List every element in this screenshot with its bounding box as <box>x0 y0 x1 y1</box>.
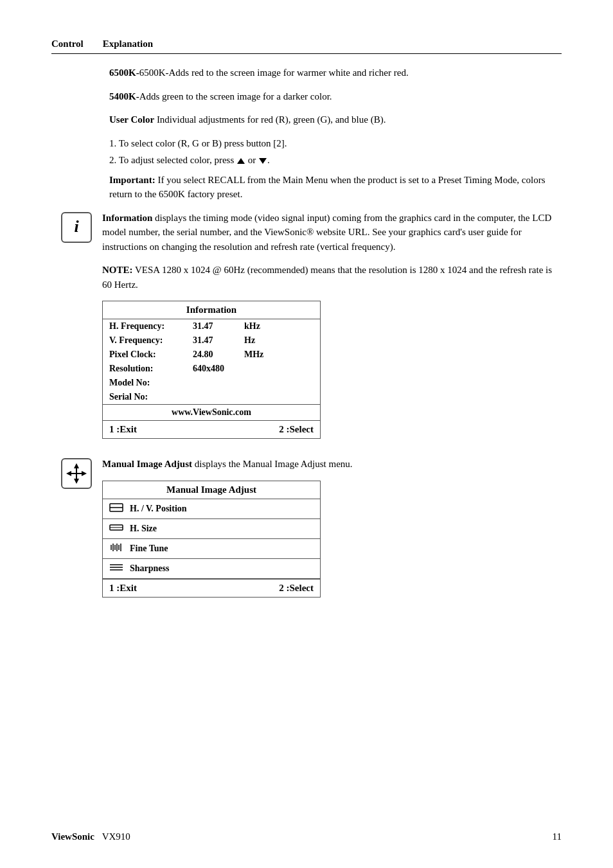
model-no-unit <box>238 376 320 390</box>
manual-image-adjust-section: Manual Image Adjust displays the Manual … <box>61 457 562 607</box>
triangle-up-icon <box>237 158 245 164</box>
step-2-pre: 2. To adjust selected color, press <box>109 155 234 165</box>
v-freq-unit: Hz <box>238 333 320 348</box>
pixel-clock-label: Pixel Clock: <box>103 348 186 362</box>
page-footer: ViewSonic VX910 11 <box>51 831 562 842</box>
explanation-column-header: Explanation <box>103 39 153 49</box>
model-no-value <box>186 376 238 390</box>
manual-select-label: 2 :Select <box>211 580 320 597</box>
table-row: H. Frequency: 31.47 kHz <box>103 319 320 333</box>
term-user-color: User Color <box>109 114 154 125</box>
v-freq-label: V. Frequency: <box>103 333 186 348</box>
fine-tune-icon <box>109 542 123 555</box>
svg-marker-1 <box>74 463 79 468</box>
info-select-label: 2 :Select <box>211 421 320 438</box>
four-arrows-icon <box>65 462 88 485</box>
list-item: H. Size <box>103 519 320 539</box>
text-important: If you select RECALL from the Main Menu … <box>109 175 546 200</box>
resolution-value: 640x480 <box>186 362 238 376</box>
pixel-clock-unit: MHz <box>238 348 320 362</box>
term-5400k: 5400K- <box>109 91 139 102</box>
serial-no-unit <box>238 390 320 405</box>
para-information: Information displays the timing mode (vi… <box>102 211 562 254</box>
svg-marker-4 <box>82 471 87 476</box>
control-column-header: Control <box>51 39 84 49</box>
table-row: Pixel Clock: 24.80 MHz <box>103 348 320 362</box>
info-icon-box: i <box>61 212 92 243</box>
info-data-table: H. Frequency: 31.47 kHz V. Frequency: 31… <box>103 319 320 420</box>
term-6500k: 6500K- <box>109 67 139 78</box>
table-row: V. Frequency: 31.47 Hz <box>103 333 320 348</box>
manual-exit-label: 1 :Exit <box>103 580 211 597</box>
svg-marker-3 <box>66 471 71 476</box>
information-section: i Information displays the timing mode (… <box>61 211 562 448</box>
para-important: Important: If you select RECALL from the… <box>109 173 562 202</box>
step-2: 2. To adjust selected color, press or . <box>109 153 562 168</box>
para-user-color: User Color Individual adjustments for re… <box>109 112 562 127</box>
serial-no-label: Serial No: <box>103 390 186 405</box>
sharpness-icon <box>109 562 123 575</box>
text-information: displays the timing mode (video signal i… <box>102 213 551 252</box>
info-exit-label: 1 :Exit <box>103 421 211 438</box>
svg-text:i: i <box>74 217 79 235</box>
para-manual: Manual Image Adjust displays the Manual … <box>102 457 562 472</box>
serial-no-value <box>186 390 238 405</box>
text-manual: displays the Manual Image Adjust menu. <box>192 459 353 469</box>
sharpness-label: Sharpness <box>130 563 169 574</box>
hv-position-icon <box>109 502 123 515</box>
website-cell: www.ViewSonic.com <box>103 405 320 421</box>
step-2-or: or <box>248 155 256 165</box>
table-header: Control Explanation <box>51 39 562 54</box>
info-table-title: Information <box>103 301 320 319</box>
footer-brand: ViewSonic <box>51 831 94 842</box>
text-6500k: 6500K-Adds red to the screen image for w… <box>139 67 409 78</box>
content-area: 6500K-6500K-Adds red to the screen image… <box>51 66 562 607</box>
info-content: Information displays the timing mode (vi… <box>102 211 562 448</box>
arrows-icon-box <box>61 458 92 489</box>
h-freq-value: 31.47 <box>186 319 238 333</box>
footer-page-number: 11 <box>553 831 562 842</box>
information-table: Information H. Frequency: 31.47 kHz V. F… <box>102 301 321 439</box>
table-row: Model No: <box>103 376 320 390</box>
pixel-clock-value: 24.80 <box>186 348 238 362</box>
v-freq-value: 31.47 <box>186 333 238 348</box>
model-no-label: Model No: <box>103 376 186 390</box>
table-row: Serial No: <box>103 390 320 405</box>
fine-tune-label: Fine Tune <box>130 544 168 554</box>
resolution-unit <box>238 362 320 376</box>
term-manual: Manual Image Adjust <box>102 459 192 469</box>
h-freq-label: H. Frequency: <box>103 319 186 333</box>
manual-exit-row: 1 :Exit 2 :Select <box>103 579 320 597</box>
info-exit-row: 1 :Exit 2 :Select <box>103 420 320 438</box>
text-note: VESA 1280 x 1024 @ 60Hz (recommended) me… <box>102 265 552 290</box>
manual-table-title: Manual Image Adjust <box>103 481 320 499</box>
para-note: NOTE: VESA 1280 x 1024 @ 60Hz (recommend… <box>102 263 562 292</box>
list-item: H. / V. Position <box>103 499 320 519</box>
term-important: Important: <box>109 175 155 185</box>
manual-table: Manual Image Adjust H. / V. Position <box>102 481 321 598</box>
triangle-down-icon <box>259 158 267 164</box>
website-row: www.ViewSonic.com <box>103 405 320 421</box>
h-size-icon <box>109 522 123 535</box>
table-row: Resolution: 640x480 <box>103 362 320 376</box>
term-information: Information <box>102 213 152 223</box>
step-1: 1. To select color (R, G or B) press but… <box>109 136 562 151</box>
footer-model: VX910 <box>102 831 130 842</box>
svg-marker-2 <box>74 479 79 484</box>
h-size-label: H. Size <box>130 524 157 534</box>
term-note: NOTE: <box>102 265 133 275</box>
text-user-color: Individual adjustments for red (R), gree… <box>154 114 386 125</box>
h-freq-unit: kHz <box>238 319 320 333</box>
resolution-label: Resolution: <box>103 362 186 376</box>
info-icon: i <box>70 217 83 238</box>
list-item: Fine Tune <box>103 539 320 559</box>
para-6500k: 6500K-6500K-Adds red to the screen image… <box>109 66 562 80</box>
para-5400k: 5400K-Adds green to the screen image for… <box>109 89 562 104</box>
manual-content: Manual Image Adjust displays the Manual … <box>102 457 562 607</box>
text-5400k: Adds green to the screen image for a dar… <box>139 91 332 102</box>
hv-position-label: H. / V. Position <box>130 504 187 514</box>
list-item: Sharpness <box>103 559 320 579</box>
footer-brand-model: ViewSonic VX910 <box>51 831 130 842</box>
